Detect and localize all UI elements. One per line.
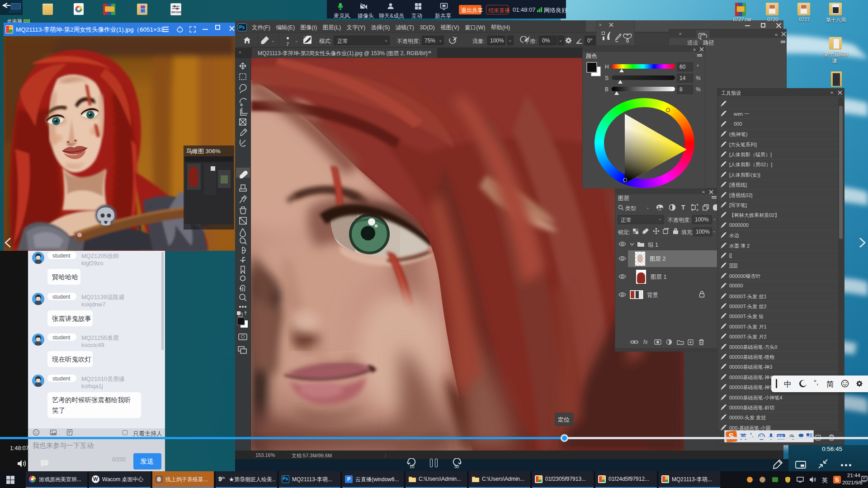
svg-text:10: 10 xyxy=(410,464,415,469)
svg-text:30: 30 xyxy=(454,464,459,469)
